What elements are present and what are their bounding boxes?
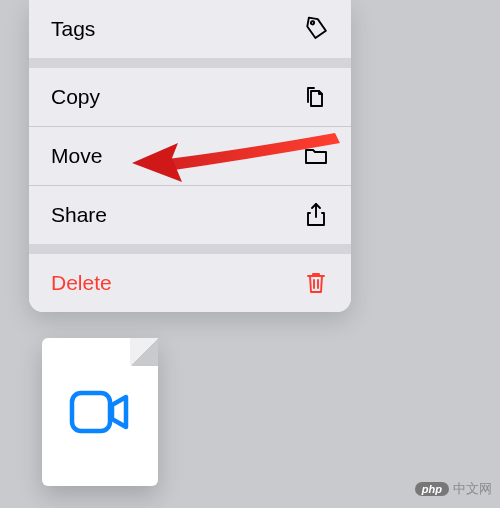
- menu-item-copy[interactable]: Copy: [29, 68, 351, 126]
- menu-item-move[interactable]: Move: [29, 127, 351, 185]
- menu-item-delete[interactable]: Delete: [29, 254, 351, 312]
- svg-rect-1: [72, 393, 110, 431]
- menu-label: Move: [51, 144, 102, 168]
- svg-point-0: [311, 21, 315, 25]
- file-thumbnail[interactable]: [42, 338, 158, 486]
- trash-icon: [303, 270, 329, 296]
- watermark: php 中文网: [415, 480, 492, 498]
- watermark-badge: php: [415, 482, 449, 496]
- tag-icon: [303, 16, 329, 42]
- context-menu: Tags Copy Move Share: [29, 0, 351, 312]
- menu-item-tags[interactable]: Tags: [29, 0, 351, 58]
- divider: [29, 244, 351, 254]
- watermark-text: 中文网: [453, 480, 492, 498]
- menu-item-share[interactable]: Share: [29, 186, 351, 244]
- copy-icon: [303, 84, 329, 110]
- folder-icon: [303, 143, 329, 169]
- menu-label: Copy: [51, 85, 100, 109]
- menu-label: Tags: [51, 17, 95, 41]
- menu-label: Share: [51, 203, 107, 227]
- video-icon: [68, 387, 132, 437]
- share-icon: [303, 202, 329, 228]
- divider: [29, 58, 351, 68]
- menu-label: Delete: [51, 271, 112, 295]
